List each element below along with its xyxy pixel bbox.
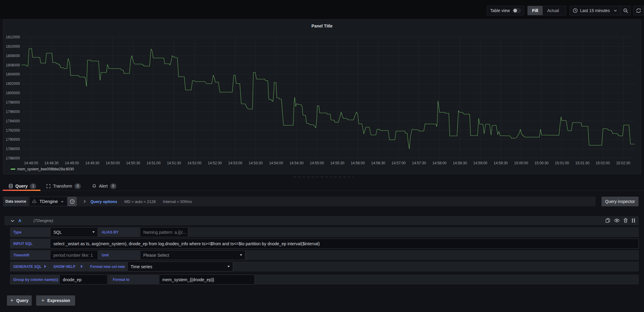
svg-text:14:54:30: 14:54:30 (290, 161, 304, 165)
svg-text:14:53:30: 14:53:30 (249, 161, 263, 165)
svg-text:1792000: 1792000 (6, 128, 20, 133)
svg-text:14:58:30: 14:58:30 (453, 161, 467, 165)
svg-text:?: ? (71, 200, 73, 203)
svg-text:15:00:30: 15:00:30 (535, 161, 549, 165)
svg-text:14:59:30: 14:59:30 (494, 161, 508, 165)
svg-text:14:52:30: 14:52:30 (208, 161, 222, 165)
svg-text:1796000: 1796000 (6, 110, 20, 114)
svg-text:1800000: 1800000 (6, 91, 20, 95)
svg-text:1808000: 1808000 (6, 54, 20, 58)
svg-text:15:02:30: 15:02:30 (616, 161, 630, 165)
svg-text:15:00:00: 15:00:00 (514, 161, 528, 165)
svg-text:14:49:30: 14:49:30 (85, 161, 100, 165)
svg-text:14:56:00: 14:56:00 (351, 161, 365, 165)
svg-text:15:01:30: 15:01:30 (575, 161, 589, 165)
svg-text:14:48:00: 14:48:00 (24, 161, 38, 165)
svg-text:14:55:30: 14:55:30 (330, 161, 344, 165)
svg-text:14:59:00: 14:59:00 (473, 161, 487, 165)
svg-text:14:55:00: 14:55:00 (310, 161, 324, 165)
svg-text:14:58:00: 14:58:00 (432, 161, 446, 165)
svg-text:14:54:00: 14:54:00 (269, 161, 283, 165)
svg-text:1794000: 1794000 (6, 119, 20, 123)
svg-text:1786000: 1786000 (6, 156, 20, 160)
svg-text:1788000: 1788000 (6, 147, 20, 151)
svg-text:14:51:30: 14:51:30 (167, 161, 181, 165)
svg-text:14:56:30: 14:56:30 (371, 161, 385, 165)
svg-text:14:50:30: 14:50:30 (126, 161, 140, 165)
svg-text:14:50:00: 14:50:00 (106, 161, 120, 165)
svg-text:14:57:00: 14:57:00 (392, 161, 406, 165)
svg-text:15:02:00: 15:02:00 (596, 161, 610, 165)
svg-text:1802000: 1802000 (6, 82, 20, 86)
svg-text:1812000: 1812000 (6, 35, 20, 39)
svg-text:1798000: 1798000 (6, 100, 20, 105)
svg-text:15:01:00: 15:01:00 (555, 161, 569, 165)
svg-text:1804000: 1804000 (6, 72, 20, 76)
svg-text:14:49:00: 14:49:00 (65, 161, 79, 165)
svg-text:1810000: 1810000 (6, 44, 20, 49)
svg-text:14:51:00: 14:51:00 (147, 161, 161, 165)
svg-text:1790000: 1790000 (6, 137, 20, 142)
svg-text:14:48:30: 14:48:30 (44, 161, 59, 165)
svg-text:14:53:00: 14:53:00 (228, 161, 243, 165)
svg-text:1806000: 1806000 (6, 63, 20, 67)
svg-text:14:52:00: 14:52:00 (187, 161, 201, 165)
svg-text:14:57:30: 14:57:30 (412, 161, 426, 165)
